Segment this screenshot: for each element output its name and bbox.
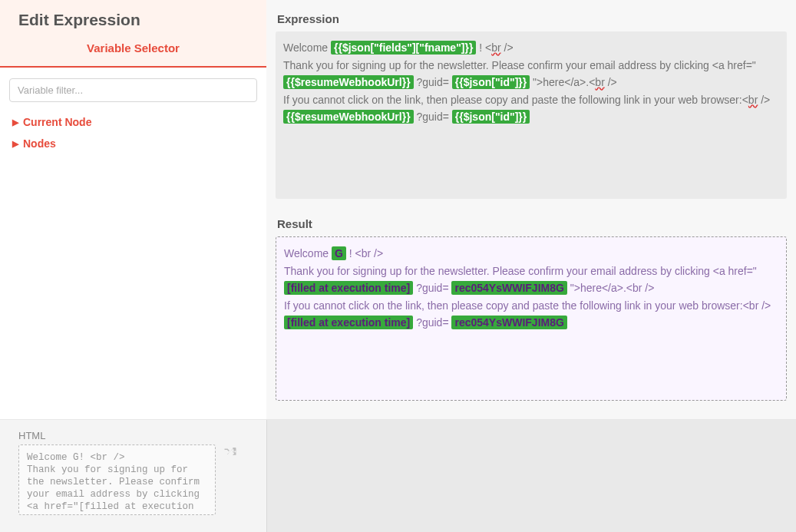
filter-wrap <box>0 68 266 107</box>
result-token-id: rec054YsWWIFJIM8G <box>451 316 566 329</box>
expr-text: /> <box>501 41 514 54</box>
tree-item-label: Nodes <box>23 137 56 150</box>
html-field-label: HTML <box>18 430 45 441</box>
expr-text-underlined: br <box>491 41 500 54</box>
variable-filter-input[interactable] <box>9 78 257 102</box>
variable-tree: ▶ Current Node ▶ Nodes <box>0 107 266 154</box>
result-section-title: Result <box>277 217 787 230</box>
expr-token-id[interactable]: {{$json["id"]}} <box>452 75 530 89</box>
right-pane: Expression Welcome {{$json["fields"]["fn… <box>266 0 796 419</box>
expr-token-id[interactable]: {{$json["id"]}} <box>452 110 530 124</box>
expr-token-fname[interactable]: {{$json["fields"]["fname"]}} <box>331 41 476 55</box>
tree-item-current-node[interactable]: ▶ Current Node <box>9 111 257 133</box>
expr-text-underlined: br <box>748 94 758 106</box>
expr-text: ">here</a>.< <box>530 76 595 88</box>
result-token-fname: G <box>332 246 346 260</box>
result-text: Welcome <box>284 247 332 259</box>
expression-editor[interactable]: Welcome {{$json["fields"]["fname"]}} ! <… <box>276 31 787 199</box>
expr-text-underlined: br <box>595 76 604 88</box>
left-header: Edit Expression Variable Selector <box>0 0 266 68</box>
expr-text: ?guid= <box>414 76 452 88</box>
expr-text: ?guid= <box>414 111 452 123</box>
result-text: ?guid= <box>413 282 451 294</box>
result-text: ! <br /> <box>346 247 383 259</box>
html-field[interactable]: Welcome G! <br /> Thank you for signing … <box>18 444 216 515</box>
expr-text: Welcome <box>283 41 331 54</box>
result-text: If you cannot click on the link, then pl… <box>284 299 771 312</box>
result-token-filled: [filled at execution time] <box>284 316 413 329</box>
expr-text: /> <box>605 76 617 88</box>
background-divider <box>266 420 267 532</box>
shuffle-icon[interactable] <box>223 445 237 462</box>
expr-text: If you cannot click on the link, then pl… <box>283 94 748 106</box>
chevron-right-icon: ▶ <box>12 117 18 127</box>
result-token-id: rec054YsWWIFJIM8G <box>451 281 566 295</box>
left-pane: Edit Expression Variable Selector ▶ Curr… <box>0 0 266 419</box>
chevron-right-icon: ▶ <box>12 139 18 149</box>
expr-text: /> <box>758 94 770 106</box>
variable-selector-title: Variable Selector <box>18 38 248 59</box>
expr-token-resume-url[interactable]: {{$resumeWebhookUrl}} <box>283 110 414 124</box>
result-text: ">here</a>.<br /> <box>567 282 655 294</box>
tree-item-label: Current Node <box>23 116 91 128</box>
expr-text: ! < <box>476 41 491 54</box>
result-token-filled: [filled at execution time] <box>284 281 413 295</box>
accent-underline <box>0 66 266 68</box>
expr-text: Thank you for signing up for the newslet… <box>283 59 756 71</box>
expression-section-title: Expression <box>277 12 787 25</box>
expr-token-resume-url[interactable]: {{$resumeWebhookUrl}} <box>283 75 414 89</box>
result-text: Thank you for signing up for the newslet… <box>284 265 757 277</box>
tree-item-nodes[interactable]: ▶ Nodes <box>9 133 257 154</box>
edit-expression-modal: Edit Expression Variable Selector ▶ Curr… <box>0 0 796 420</box>
result-text: ?guid= <box>413 316 451 329</box>
result-preview: Welcome G ! <br /> Thank you for signing… <box>276 236 787 401</box>
modal-title: Edit Expression <box>18 11 248 29</box>
